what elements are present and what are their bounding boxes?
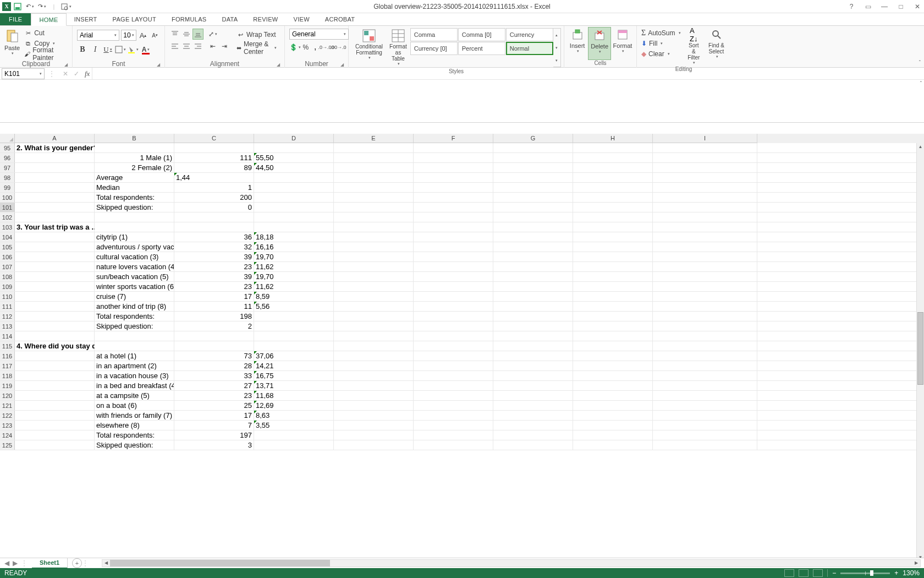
cell-E122[interactable] bbox=[334, 411, 414, 420]
cell-A99[interactable] bbox=[15, 183, 95, 192]
sheet-nav-prev-icon[interactable]: ◀ bbox=[4, 559, 9, 567]
cell-B100[interactable]: Total respondents: bbox=[95, 193, 174, 202]
cell-E120[interactable] bbox=[334, 391, 414, 400]
view-page-break-icon[interactable] bbox=[813, 569, 823, 577]
row-header[interactable]: 97 bbox=[0, 163, 15, 172]
cell-D111[interactable]: 5,56 bbox=[254, 302, 334, 311]
wrap-text-button[interactable]: ↩Wrap Text bbox=[233, 29, 280, 41]
cell-B107[interactable]: nature lovers vacation (4) bbox=[95, 262, 174, 271]
cell-C104[interactable]: 36 bbox=[174, 232, 254, 242]
cell-H116[interactable] bbox=[573, 351, 653, 361]
cell-H120[interactable] bbox=[573, 391, 653, 400]
cell-H118[interactable] bbox=[573, 371, 653, 380]
cell-I124[interactable] bbox=[653, 430, 757, 440]
cell-C111[interactable]: 11 bbox=[174, 302, 254, 311]
cell-G97[interactable] bbox=[493, 163, 573, 172]
column-header-B[interactable]: B bbox=[95, 134, 174, 143]
zoom-level[interactable]: 130% bbox=[903, 569, 920, 577]
cell-B112[interactable]: Total respondents: bbox=[95, 312, 174, 321]
cell-B111[interactable]: another kind of trip (8) bbox=[95, 302, 174, 311]
tab-home[interactable]: HOME bbox=[31, 13, 66, 26]
row-header[interactable]: 95 bbox=[0, 143, 15, 152]
cell-A120[interactable] bbox=[15, 391, 95, 400]
cell-A118[interactable] bbox=[15, 371, 95, 380]
cell-F121[interactable] bbox=[414, 401, 493, 410]
row-header[interactable]: 105 bbox=[0, 242, 15, 252]
cell-B103[interactable] bbox=[95, 222, 174, 232]
column-header-D[interactable]: D bbox=[254, 134, 334, 143]
cell-I100[interactable] bbox=[653, 193, 757, 202]
cell-D125[interactable] bbox=[254, 440, 334, 450]
cell-A96[interactable] bbox=[15, 153, 95, 162]
row-header[interactable]: 112 bbox=[0, 312, 15, 321]
row-header[interactable]: 125 bbox=[0, 440, 15, 450]
cell-A114[interactable] bbox=[15, 331, 95, 341]
tab-data[interactable]: DATA bbox=[214, 13, 245, 25]
cell-H95[interactable] bbox=[573, 143, 653, 152]
font-size-select[interactable]: 10▾ bbox=[121, 30, 136, 41]
cell-E100[interactable] bbox=[334, 193, 414, 202]
cell-A109[interactable] bbox=[15, 282, 95, 291]
cell-B106[interactable]: cultural vacation (3) bbox=[95, 252, 174, 261]
cell-A125[interactable] bbox=[15, 440, 95, 450]
cell-C122[interactable]: 17 bbox=[174, 411, 254, 420]
sheet-tab-sheet1[interactable]: Sheet1 bbox=[32, 558, 68, 569]
cell-F123[interactable] bbox=[414, 421, 493, 430]
cell-H112[interactable] bbox=[573, 312, 653, 321]
cell-E113[interactable] bbox=[334, 321, 414, 331]
maximize-icon[interactable]: □ bbox=[897, 3, 905, 10]
undo-icon[interactable]: ↶▾ bbox=[24, 1, 35, 12]
cell-B115[interactable] bbox=[95, 341, 174, 351]
cell-D123[interactable]: 3,55 bbox=[254, 421, 334, 430]
cell-E112[interactable] bbox=[334, 312, 414, 321]
cell-F101[interactable] bbox=[414, 203, 493, 212]
cell-C121[interactable]: 25 bbox=[174, 401, 254, 410]
cell-F98[interactable] bbox=[414, 173, 493, 182]
row-header[interactable]: 96 bbox=[0, 153, 15, 162]
cell-A104[interactable] bbox=[15, 232, 95, 242]
print-preview-icon[interactable]: ▾ bbox=[61, 1, 72, 12]
column-header-I[interactable]: I bbox=[653, 134, 757, 143]
row-header[interactable]: 110 bbox=[0, 292, 15, 301]
cell-G119[interactable] bbox=[493, 381, 573, 390]
cell-F113[interactable] bbox=[414, 321, 493, 331]
cell-E106[interactable] bbox=[334, 252, 414, 261]
cell-I113[interactable] bbox=[653, 321, 757, 331]
cell-C116[interactable]: 73 bbox=[174, 351, 254, 361]
cell-E119[interactable] bbox=[334, 381, 414, 390]
cell-E121[interactable] bbox=[334, 401, 414, 410]
row-header[interactable]: 101 bbox=[0, 203, 15, 212]
cell-H96[interactable] bbox=[573, 153, 653, 162]
column-header-G[interactable]: G bbox=[493, 134, 573, 143]
cell-D99[interactable] bbox=[254, 183, 334, 192]
cell-F96[interactable] bbox=[414, 153, 493, 162]
cell-C120[interactable]: 23 bbox=[174, 391, 254, 400]
cell-H110[interactable] bbox=[573, 292, 653, 301]
cell-H121[interactable] bbox=[573, 401, 653, 410]
cell-B122[interactable]: with friends or family (7) bbox=[95, 411, 174, 420]
delete-cells-button[interactable]: Delete▾ bbox=[588, 27, 611, 60]
row-header[interactable]: 117 bbox=[0, 361, 15, 370]
column-header-F[interactable]: F bbox=[414, 134, 493, 143]
row-header[interactable]: 106 bbox=[0, 252, 15, 261]
cut-button[interactable]: ✂Cut bbox=[24, 28, 68, 38]
cell-F115[interactable] bbox=[414, 341, 493, 351]
row-header[interactable]: 109 bbox=[0, 282, 15, 291]
cell-B99[interactable]: Median bbox=[95, 183, 174, 192]
style-currency[interactable]: Currency bbox=[506, 28, 553, 41]
format-painter-button[interactable]: 🖌Format Painter bbox=[24, 49, 68, 59]
cell-D118[interactable]: 16,75 bbox=[254, 371, 334, 380]
cell-B101[interactable]: Skipped question: bbox=[95, 203, 174, 212]
cell-A121[interactable] bbox=[15, 401, 95, 410]
cell-I120[interactable] bbox=[653, 391, 757, 400]
cell-A98[interactable] bbox=[15, 173, 95, 182]
cell-B120[interactable]: at a campsite (5) bbox=[95, 391, 174, 400]
cell-I116[interactable] bbox=[653, 351, 757, 361]
cell-H99[interactable] bbox=[573, 183, 653, 192]
cell-E108[interactable] bbox=[334, 272, 414, 281]
row-header[interactable]: 103 bbox=[0, 222, 15, 232]
cell-A123[interactable] bbox=[15, 421, 95, 430]
cell-C102[interactable] bbox=[174, 212, 254, 222]
cell-H106[interactable] bbox=[573, 252, 653, 261]
redo-icon[interactable]: ↷▾ bbox=[36, 1, 47, 12]
